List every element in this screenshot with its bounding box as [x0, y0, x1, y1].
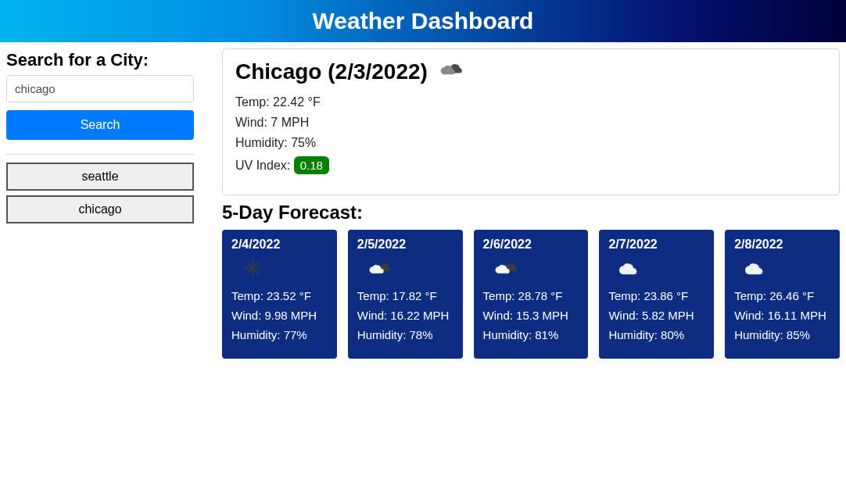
cloud-icon — [619, 258, 644, 278]
sidebar: Search for a City: Search seattlechicago — [6, 47, 200, 359]
current-uv: UV Index: 0.18 — [235, 156, 826, 174]
search-button[interactable]: Search — [6, 110, 194, 140]
cloud-icon — [745, 258, 770, 278]
forecast-humidity: Humidity: 81% — [483, 328, 579, 341]
forecast-card: 2/5/2022 Temp: 17.82 °F Wind: 16.22 MPH … — [348, 230, 463, 359]
forecast-temp: Temp: 23.86 °F — [608, 289, 704, 302]
forecast-card: 2/8/2022 Temp: 26.46 °F Wind: 16.11 MPH … — [725, 230, 840, 359]
history-item[interactable]: seattle — [6, 163, 194, 191]
uv-label: UV Index: — [235, 159, 294, 172]
forecast-date: 2/8/2022 — [734, 238, 830, 252]
forecast-wind: Wind: 15.3 MPH — [483, 309, 579, 322]
forecast-temp: Temp: 26.46 °F — [734, 289, 830, 302]
forecast-humidity: Humidity: 85% — [734, 328, 830, 341]
forecast-weather-icon — [745, 258, 830, 281]
current-weather-card: Chicago (2/3/2022) Temp: 22.42 °F Wind: … — [222, 48, 840, 195]
current-humidity: Humidity: 75% — [235, 136, 826, 150]
app-header: Weather Dashboard — [0, 0, 846, 42]
app-title: Weather Dashboard — [0, 8, 846, 34]
forecast-title: 5-Day Forecast: — [222, 202, 840, 223]
city-search-input[interactable] — [6, 75, 194, 102]
forecast-date: 2/6/2022 — [483, 238, 579, 252]
forecast-wind: Wind: 16.22 MPH — [357, 309, 453, 322]
forecast-temp: Temp: 23.52 °F — [231, 289, 328, 302]
cloud-icon — [439, 59, 467, 79]
forecast-date: 2/7/2022 — [608, 238, 704, 252]
cloud-icon — [368, 258, 395, 278]
forecast-row: 2/4/2022 Temp: 23.52 °F Wind: 9.98 MPH H… — [222, 230, 840, 359]
forecast-humidity: Humidity: 78% — [357, 328, 453, 341]
forecast-wind: Wind: 16.11 MPH — [734, 309, 830, 322]
forecast-temp: Temp: 28.78 °F — [483, 289, 579, 302]
divider — [6, 154, 194, 155]
forecast-date: 2/5/2022 — [357, 238, 453, 252]
snow-icon — [242, 258, 263, 278]
forecast-card: 2/4/2022 Temp: 23.52 °F Wind: 9.98 MPH H… — [222, 230, 337, 359]
forecast-card: 2/7/2022 Temp: 23.86 °F Wind: 5.82 MPH H… — [599, 230, 714, 359]
forecast-weather-icon — [619, 258, 704, 281]
forecast-card: 2/6/2022 Temp: 28.78 °F Wind: 15.3 MPH H… — [474, 230, 589, 359]
search-history: seattlechicago — [6, 163, 194, 228]
uv-badge: 0.18 — [294, 156, 329, 174]
forecast-wind: Wind: 5.82 MPH — [608, 309, 704, 322]
current-weather-icon — [439, 59, 467, 84]
forecast-wind: Wind: 9.98 MPH — [231, 309, 328, 322]
main-container: Search for a City: Search seattlechicago… — [0, 42, 846, 363]
forecast-temp: Temp: 17.82 °F — [357, 289, 453, 302]
current-temp: Temp: 22.42 °F — [235, 95, 826, 109]
history-item[interactable]: chicago — [6, 195, 194, 223]
forecast-humidity: Humidity: 77% — [231, 328, 328, 341]
forecast-weather-icon — [242, 258, 328, 281]
current-wind: Wind: 7 MPH — [235, 116, 826, 130]
forecast-date: 2/4/2022 — [231, 238, 328, 252]
current-city-title: Chicago (2/3/2022) — [235, 59, 428, 84]
forecast-weather-icon — [368, 258, 453, 281]
main-content: Chicago (2/3/2022) Temp: 22.42 °F Wind: … — [200, 47, 840, 359]
cloud-icon — [494, 258, 521, 278]
current-city-heading: Chicago (2/3/2022) — [235, 59, 826, 84]
search-label: Search for a City: — [6, 50, 194, 70]
forecast-humidity: Humidity: 80% — [608, 328, 704, 341]
forecast-weather-icon — [494, 258, 579, 281]
